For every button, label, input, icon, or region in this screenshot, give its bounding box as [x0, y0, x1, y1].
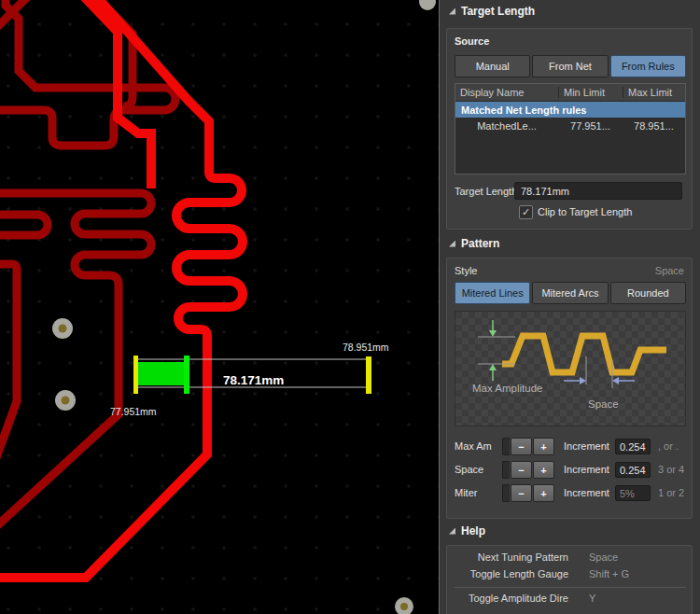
- help-action-label: Toggle Amplitude Dire: [455, 593, 568, 604]
- increase-button[interactable]: +: [533, 461, 554, 479]
- via[interactable]: [52, 318, 73, 339]
- shortcut-keys-label: 3 or 4: [658, 464, 684, 475]
- collapse-triangle-icon[interactable]: [449, 528, 455, 535]
- rule-max-cell[interactable]: 78.951...: [623, 120, 685, 132]
- clip-checkbox[interactable]: ✓: [519, 205, 533, 219]
- section-title: Help: [461, 524, 485, 537]
- from-rules-button[interactable]: From Rules: [610, 55, 686, 77]
- app-window: 77.951mm 78.951mm 78.171mm Target Length…: [0, 0, 700, 614]
- space-arrows-icon: [564, 377, 635, 384]
- mitered-lines-button[interactable]: Mitered Lines: [455, 282, 530, 304]
- help-row: Next Tuning Pattern Space: [455, 551, 686, 563]
- max-amplitude-label: Max Amplitude: [472, 383, 542, 394]
- space-row: Space − + Increment 0.254 3 or 4: [447, 461, 692, 479]
- via[interactable]: [55, 390, 76, 411]
- help-action-label: Toggle Length Gauge: [455, 568, 568, 579]
- increment-label: Increment: [564, 487, 609, 498]
- style-value: Space: [655, 265, 684, 276]
- space-label: Space: [588, 398, 619, 410]
- style-segmented-control: Mitered Lines Mitered Arcs Rounded: [455, 282, 686, 304]
- increase-button[interactable]: +: [533, 484, 554, 502]
- max-amplitude-stepper: − +: [502, 438, 554, 455]
- gauge-lower-label: 77.951mm: [110, 406, 157, 417]
- stepper-well: [502, 461, 510, 479]
- clip-checkbox-label[interactable]: Clip to Target Length: [538, 206, 632, 217]
- collapse-triangle-icon[interactable]: [449, 241, 455, 247]
- target-length-label: Target Length: [455, 186, 517, 197]
- increment-label: Increment: [564, 440, 609, 452]
- source-segmented-control: Manual From Net From Rules: [455, 55, 686, 77]
- rule-min-cell[interactable]: 77.951...: [558, 120, 623, 132]
- help-group: Next Tuning Pattern Space Toggle Length …: [446, 545, 693, 614]
- manual-button[interactable]: Manual: [455, 55, 530, 77]
- help-row: Toggle Length Gauge Shift + G: [455, 568, 686, 579]
- space-row-label: Space: [455, 464, 483, 475]
- rounded-button[interactable]: Rounded: [610, 282, 686, 304]
- increment-label: Increment: [564, 464, 609, 475]
- rules-table-header: Display Name Min Limit Max Limit: [455, 84, 685, 102]
- max-amplitude-row-label: Max Am: [455, 440, 492, 452]
- section-pattern-header[interactable]: Pattern: [449, 236, 499, 251]
- gauge-progress-fill: [138, 362, 184, 385]
- help-shortcut-value: Shift + G: [589, 568, 629, 579]
- mitered-arcs-button[interactable]: Mitered Arcs: [532, 282, 608, 304]
- section-title: Pattern: [461, 237, 499, 250]
- help-shortcut-value: Space: [589, 551, 618, 563]
- amplitude-arrows-icon: [489, 320, 497, 381]
- space-stepper: − +: [502, 461, 554, 479]
- gauge-max-tick: [366, 356, 371, 394]
- decrease-button[interactable]: −: [511, 484, 532, 502]
- source-label: Source: [455, 35, 489, 47]
- shortcut-keys-label: 1 or 2: [658, 487, 684, 498]
- help-action-label: Next Tuning Pattern: [455, 551, 568, 563]
- help-row: Toggle Amplitude Dire Y: [455, 593, 686, 604]
- miter-stepper: − +: [502, 484, 554, 502]
- shortcut-keys-label: , or .: [658, 440, 679, 452]
- decrease-button[interactable]: −: [511, 438, 532, 455]
- pattern-group: Style Space Mitered Lines Mitered Arcs R…: [446, 258, 693, 519]
- column-min-limit[interactable]: Min Limit: [558, 87, 623, 98]
- rule-group-row[interactable]: Matched Net Length rules: [455, 102, 685, 118]
- max-amplitude-increment-input[interactable]: 0.254: [615, 439, 651, 454]
- stepper-well: [502, 484, 510, 502]
- pattern-preview: Max Amplitude Space: [455, 311, 686, 426]
- gauge-measure-label: 78.171mm: [223, 373, 284, 387]
- preview-serpentine-trace: [502, 336, 666, 372]
- space-increment-input[interactable]: 0.254: [615, 462, 651, 478]
- section-target-length-header[interactable]: Target Length: [449, 4, 535, 19]
- max-amplitude-row: Max Am − + Increment 0.254 , or .: [447, 438, 692, 455]
- rule-name-cell[interactable]: MatchedLe...: [455, 120, 558, 132]
- gauge-min-tick: [133, 356, 138, 394]
- increase-button[interactable]: +: [533, 438, 554, 455]
- help-divider: [455, 587, 686, 588]
- miter-row: Miter − + Increment 5% 1 or 2: [447, 484, 692, 502]
- gauge-upper-label: 78.951mm: [343, 342, 389, 353]
- from-net-button[interactable]: From Net: [532, 55, 608, 77]
- properties-panel: Target Length Source Manual From Net Fro…: [439, 0, 700, 614]
- column-display-name[interactable]: Display Name: [455, 87, 558, 98]
- rules-table: Display Name Min Limit Max Limit Matched…: [455, 83, 686, 174]
- column-max-limit[interactable]: Max Limit: [623, 87, 685, 98]
- target-length-group: Source Manual From Net From Rules Displa…: [446, 28, 693, 230]
- pattern-preview-drawing: Max Amplitude Space: [455, 312, 687, 427]
- style-label: Style: [455, 265, 477, 276]
- rule-row[interactable]: MatchedLe... 77.951... 78.951...: [455, 118, 685, 133]
- collapse-triangle-icon[interactable]: [449, 8, 455, 15]
- miter-increment-input[interactable]: 5%: [615, 485, 651, 501]
- pcb-canvas[interactable]: 77.951mm 78.951mm 78.171mm: [0, 0, 439, 614]
- miter-row-label: Miter: [455, 487, 477, 498]
- stepper-well: [502, 438, 510, 455]
- target-length-input[interactable]: 78.171mm: [514, 182, 682, 200]
- section-title: Target Length: [461, 5, 535, 18]
- gauge-progress-cap: [184, 356, 189, 394]
- decrease-button[interactable]: −: [511, 461, 532, 479]
- section-help-header[interactable]: Help: [449, 523, 485, 538]
- help-shortcut-value: Y: [589, 593, 595, 604]
